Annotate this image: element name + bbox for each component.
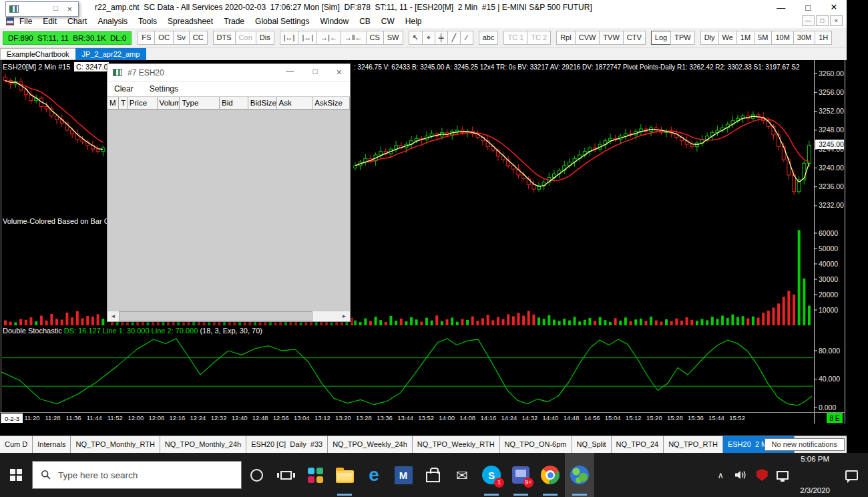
ts-column-ask[interactable]: Ask: [277, 97, 313, 109]
ts-column-bid[interactable]: Bid: [220, 97, 248, 109]
log-scale-button[interactable]: Log: [651, 31, 671, 45]
action-center-button[interactable]: [840, 462, 863, 488]
mdi-minimize-button[interactable]: —: [802, 15, 815, 26]
menu-analysis[interactable]: Analysis: [92, 15, 133, 27]
ray-tool-icon-button[interactable]: ∕: [460, 31, 473, 45]
chart-tab-cum-d[interactable]: Cum D: [0, 436, 33, 453]
tpw-button[interactable]: TPW: [670, 31, 694, 45]
chart-tab-internals[interactable]: Internals: [33, 436, 71, 453]
mdi-restore-button[interactable]: □: [816, 15, 829, 26]
volume-button[interactable]: [734, 462, 748, 488]
crosshair-tool-icon-button[interactable]: ⌖: [422, 31, 435, 45]
5-minute-button[interactable]: 5M: [754, 31, 772, 45]
ts-scroll-left-button[interactable]: ◄: [107, 311, 119, 321]
ts-close-button[interactable]: ×: [337, 67, 342, 77]
chart-tab-nq-tpo-weekly-rth[interactable]: NQ_TPO_Weekly_RTH: [413, 436, 500, 453]
text-tool-button[interactable]: abc: [479, 31, 499, 45]
30-minute-button[interactable]: 30M: [793, 31, 815, 45]
menu-tools[interactable]: Tools: [133, 15, 162, 27]
ts-column-volum[interactable]: Volum: [158, 97, 180, 109]
mini-floating-window[interactable]: □ ×: [5, 1, 79, 17]
ts-minimize-button[interactable]: —: [286, 67, 294, 77]
replay-button[interactable]: Rpl: [556, 31, 576, 45]
10-minute-button[interactable]: 10M: [771, 31, 793, 45]
daily-button[interactable]: Dly: [700, 31, 719, 45]
expand-bars-icon-button[interactable]: →‖←: [341, 31, 367, 45]
taskbar-clock[interactable]: 5:06 PM 2/3/2020: [800, 434, 830, 497]
sw-button[interactable]: SW: [383, 31, 403, 45]
tc2-button[interactable]: TC 2: [527, 31, 551, 45]
ts-maximize-button[interactable]: □: [313, 67, 318, 77]
ts-scroll-right-button[interactable]: ►: [339, 311, 350, 321]
compress-bars-icon-button[interactable]: →|←: [316, 31, 341, 45]
file-explorer-button[interactable]: [330, 453, 359, 497]
menu-spreadsheet[interactable]: Spreadsheet: [162, 15, 218, 27]
tray-expand-button[interactable]: ∧: [713, 462, 728, 488]
cvw-button[interactable]: CVW: [575, 31, 600, 45]
1-minute-button[interactable]: 1M: [736, 31, 754, 45]
ts-scrollbar-track[interactable]: [119, 311, 339, 321]
tvw-button[interactable]: TVW: [599, 31, 623, 45]
chartbook-tab-jp_2_apr22_amp[interactable]: JP_2_apr22_amp: [75, 48, 147, 60]
tc1-button[interactable]: TC 1: [503, 31, 527, 45]
photos-app-button[interactable]: 9+: [506, 453, 535, 497]
menu-trade[interactable]: Trade: [218, 15, 250, 27]
oc-button[interactable]: OC: [154, 31, 174, 45]
microsoft-store-button[interactable]: [418, 453, 447, 497]
taskbar-search[interactable]: [32, 461, 242, 489]
chart-tab-nq-tpo-weekly-24h[interactable]: NQ_TPO_Weekly_24h: [328, 436, 413, 453]
connect-button[interactable]: Con: [235, 31, 256, 45]
close-button[interactable]: ×: [831, 1, 837, 14]
chart-tab-nq-tpo-24[interactable]: NQ_TPO_24: [612, 436, 664, 453]
menu-window[interactable]: Window: [314, 15, 354, 27]
slack-app-button[interactable]: [300, 453, 330, 497]
chart-tab-esh20-c-daily-33[interactable]: ESH20 [C] Daily #33: [246, 436, 328, 453]
ts-horizontal-scrollbar[interactable]: ◄ ►: [107, 311, 350, 321]
menu-chart[interactable]: Chart: [62, 15, 92, 27]
values-tool-icon-button[interactable]: ╪: [435, 31, 448, 45]
ts-menu-clear[interactable]: Clear: [114, 84, 134, 94]
sierra-chart-taskbar-button[interactable]: [565, 453, 594, 497]
ctv-button[interactable]: CTV: [623, 31, 646, 45]
line-tool-icon-button[interactable]: ╱: [447, 31, 461, 45]
disconnect-button[interactable]: Dis: [256, 31, 274, 45]
ts-scrollbar-thumb[interactable]: [119, 311, 312, 321]
skype-app-button[interactable]: S 1: [477, 453, 506, 497]
time-and-sales-window[interactable]: #7 ESH20 — □ × Clear Settings MTPriceVol…: [107, 63, 351, 322]
edge-browser-button[interactable]: e: [359, 453, 389, 497]
menu-edit[interactable]: Edit: [37, 15, 62, 27]
chart-tab-nq-tpo-monthly-rth[interactable]: NQ_TPO_Monthly_RTH: [71, 436, 160, 453]
mini-close-button[interactable]: ×: [67, 4, 72, 14]
chartbook-tab-examplechartbook[interactable]: ExampleChartbook: [0, 48, 76, 60]
minimize-button[interactable]: —: [777, 3, 785, 13]
mcafee-tray-button[interactable]: [754, 462, 769, 488]
ts-column-t[interactable]: T: [119, 97, 128, 109]
office-app-button[interactable]: M: [389, 453, 418, 497]
cortana-button[interactable]: [242, 453, 271, 497]
ts-column-bidsize[interactable]: BidSize: [248, 97, 277, 109]
menu-help[interactable]: Help: [400, 15, 427, 27]
1-hour-button[interactable]: 1H: [815, 31, 832, 45]
increase-bar-spacing-icon-button[interactable]: |↔|: [280, 31, 299, 45]
chart-tab-nq-tpo-on-6pm[interactable]: NQ_TPO_ON-6pm: [500, 436, 572, 453]
start-button[interactable]: [0, 453, 32, 497]
dts-button[interactable]: DTS: [213, 31, 236, 45]
ts-column-price[interactable]: Price: [128, 97, 158, 109]
menu-file[interactable]: File: [14, 15, 37, 27]
menu-cw[interactable]: CW: [376, 15, 400, 27]
ts-column-type[interactable]: Type: [180, 97, 220, 109]
menu-global-settings[interactable]: Global Settings: [250, 15, 314, 27]
weekly-button[interactable]: We: [718, 31, 737, 45]
search-input[interactable]: [58, 470, 225, 480]
cc-button[interactable]: CC: [189, 31, 208, 45]
chart-tab-nq-split[interactable]: NQ_Split: [572, 436, 612, 453]
fs-button[interactable]: FS: [138, 31, 155, 45]
mdi-close-button[interactable]: ×: [830, 15, 843, 26]
ts-column-m[interactable]: M: [107, 97, 119, 109]
mail-app-button[interactable]: ✉: [447, 453, 477, 497]
cs-button[interactable]: CS: [366, 31, 384, 45]
ts-column-asksize[interactable]: AskSize: [312, 97, 350, 109]
task-view-button[interactable]: [271, 453, 300, 497]
network-tray-button[interactable]: [775, 462, 790, 488]
menu-cb[interactable]: CB: [354, 15, 376, 27]
